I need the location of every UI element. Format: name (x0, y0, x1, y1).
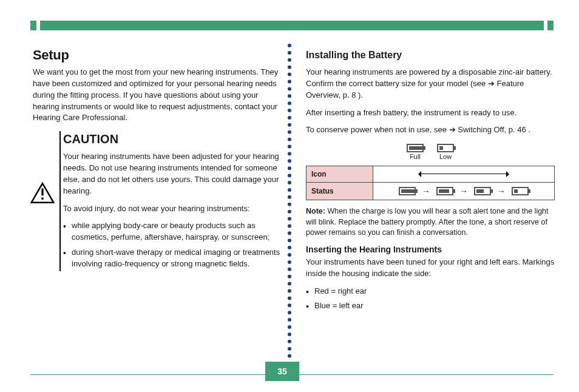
battery-low-label: Low (437, 153, 454, 161)
install-p1-tail: ). (358, 90, 363, 100)
install-p3-tail: . (528, 125, 530, 134)
battery-low-icon (437, 144, 454, 152)
note-label: Note: (306, 207, 325, 215)
battery-full-label: Full (407, 153, 424, 161)
side-marking-list: Red = right ear Blue = left ear (306, 286, 555, 313)
caution-paragraph-1: Your hearing instruments have been adjus… (63, 151, 282, 197)
table-row-header: Icon (306, 166, 373, 183)
header-bar (30, 21, 554, 30)
intro-paragraph: We want you to get the most from your ne… (33, 67, 282, 124)
warning-icon (30, 182, 55, 206)
inserting-paragraph: Your instruments have been tuned for you… (306, 257, 555, 280)
caution-rule (59, 131, 61, 271)
table-cell-range (373, 166, 555, 183)
caution-title: CAUTION (63, 132, 282, 146)
battery-low-group: Low (437, 142, 454, 161)
table-row-header: Status (306, 183, 373, 200)
caution-list: while applying body-care or beauty produ… (63, 220, 282, 269)
inserting-title: Inserting the Hearing Instruments (306, 245, 555, 254)
manual-page: Setup We want you to get the most from y… (0, 0, 579, 392)
battery-25-icon (512, 187, 529, 195)
caution-list-item: while applying body-care or beauty produ… (63, 220, 282, 243)
battery-75-icon (436, 187, 453, 195)
arrow-right-icon: → (422, 186, 430, 196)
installing-battery-title: Installing the Battery (306, 50, 555, 61)
section-title: Setup (33, 47, 282, 63)
cross-reference[interactable]: ➔ Switching Off, p. 46 (449, 125, 529, 134)
double-arrow-icon (415, 171, 512, 177)
caution-list-item: during short-wave therapy or medical ima… (63, 247, 282, 270)
battery-full-icon (407, 144, 424, 152)
header-chip-left (30, 21, 36, 30)
table-cell-sequence: → → → (373, 183, 555, 200)
battery-50-icon (474, 187, 491, 195)
column-divider (288, 44, 291, 358)
battery-full-group: Full (407, 142, 424, 161)
svg-rect-2 (41, 198, 43, 200)
install-paragraph-3: To conserve power when not in use, see ➔… (306, 124, 555, 136)
low-battery-note: Note: When the charge is low you will he… (306, 206, 555, 238)
xref-page: p. 8 (343, 90, 356, 100)
caution-block: CAUTION Your hearing instruments have be… (33, 132, 282, 270)
xref-label: Switching Off (458, 125, 504, 134)
header-chip-right (547, 21, 554, 30)
battery-status-table: Icon Status → → → (306, 166, 555, 200)
arrow-right-icon: → (459, 186, 468, 196)
note-text: When the charge is low you will hear a s… (306, 207, 549, 237)
arrow-right-icon: → (497, 186, 506, 196)
install-p3-text: To conserve power when not in use, (306, 125, 432, 134)
left-column: Setup We want you to get the most from y… (33, 47, 282, 274)
battery-icon-pair: Full Low (306, 142, 555, 161)
install-paragraph-2: After inserting a fresh battery, the ins… (306, 107, 555, 119)
header-bar-fill (40, 21, 544, 30)
list-item: Red = right ear (306, 286, 555, 297)
list-item: Blue = left ear (306, 300, 555, 312)
svg-rect-1 (41, 189, 43, 196)
right-column: Installing the Battery Your hearing inst… (306, 47, 555, 316)
install-paragraph-1: Your hearing instruments are powered by … (306, 67, 555, 101)
xref-page: p. 46 (509, 125, 526, 134)
caution-paragraph-2: To avoid injury, do not wear your hearin… (63, 203, 282, 215)
battery-100-icon (399, 187, 416, 195)
page-number-badge: 35 (265, 362, 299, 381)
